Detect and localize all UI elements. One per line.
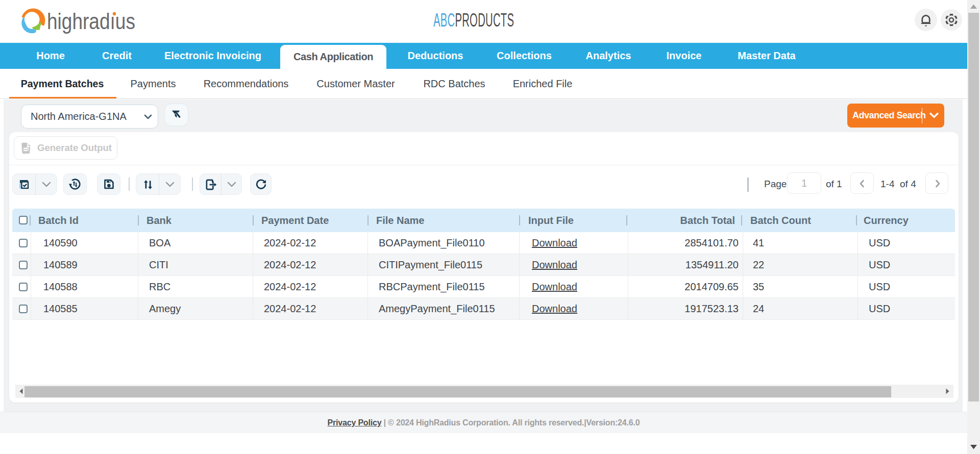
svg-text:highradıus: highradıus [47,9,135,34]
